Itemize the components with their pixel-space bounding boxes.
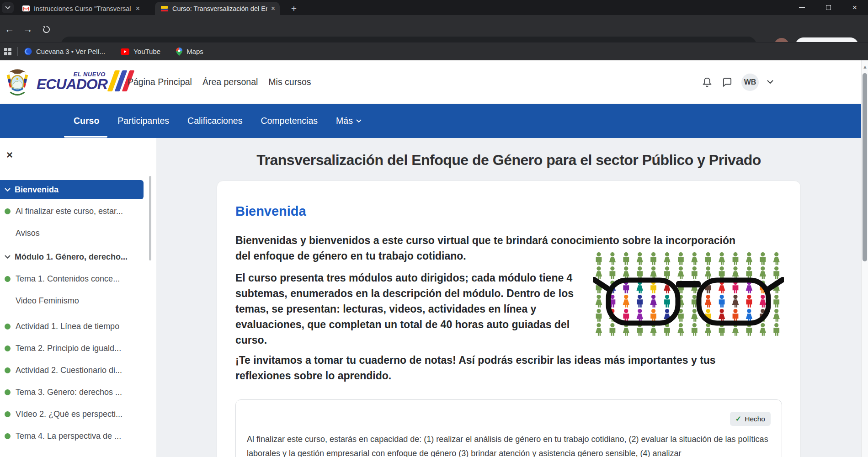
- page-scrollbar[interactable]: ▲: [861, 60, 868, 457]
- page-scrollbar-thumb[interactable]: [863, 73, 867, 261]
- sidebar-item-label: Tema 2. Principio de iguald...: [16, 344, 121, 353]
- site-header: EL NUEVO ECUADOR Página Principal Área p…: [0, 60, 861, 104]
- completion-dot-icon: [5, 208, 11, 214]
- completion-dot-icon: [5, 367, 11, 373]
- tab-mas[interactable]: Más: [336, 104, 362, 138]
- tab-participantes[interactable]: Participantes: [117, 104, 169, 138]
- welcome-paragraph-2: El curso presenta tres módulos auto diri…: [235, 270, 586, 348]
- completion-dot-icon: [5, 276, 11, 282]
- nav-mis-cursos[interactable]: Mis cursos: [268, 77, 311, 87]
- sidebar-item[interactable]: Al finalizar este curso, estar...: [0, 200, 156, 222]
- bookmark-label: Cuevana 3 • Ver Pelí...: [36, 48, 105, 55]
- course-title: Transversalización del Enfoque de Género…: [217, 152, 801, 169]
- sidebar-item-label: Al finalizar este curso, estar...: [16, 207, 123, 216]
- nav-pagina-principal[interactable]: Página Principal: [128, 77, 192, 87]
- sidebar-item[interactable]: Avisos: [0, 222, 156, 244]
- tab-title: Curso: Transversalización del En: [172, 5, 267, 12]
- cuevana-icon: [24, 48, 32, 55]
- tab-calificaciones[interactable]: Calificaciones: [187, 104, 242, 138]
- sidebar-item-label: Bienvenida: [15, 185, 59, 195]
- sidebar-scrollbar-thumb[interactable]: [149, 176, 151, 260]
- user-avatar[interactable]: WB: [741, 74, 759, 91]
- sidebar-item-label: Tema 4. La perspectiva de ...: [16, 431, 121, 441]
- bookmark-label: YouTube: [133, 48, 160, 55]
- tab-competencias[interactable]: Competencias: [261, 104, 318, 138]
- ecuador-coat-of-arms-icon: [5, 69, 30, 96]
- nav-area-personal[interactable]: Área personal: [202, 77, 258, 87]
- bookmark-label: Maps: [186, 48, 203, 55]
- window-close-button[interactable]: ×: [841, 0, 868, 15]
- completion-done-badge[interactable]: ✓ Hecho: [730, 412, 771, 426]
- site-favicon-icon: [160, 5, 168, 12]
- course-index-list: Bienvenida Al finalizar este curso, esta…: [0, 180, 156, 447]
- completion-dot-icon: [5, 389, 11, 395]
- completion-dot-icon: [5, 324, 11, 329]
- sidebar-item[interactable]: Tema 4. La perspectiva de ...: [0, 425, 156, 447]
- maps-pin-icon: [176, 48, 182, 56]
- sidebar-item-label: Actividad 2. Cuestionario di...: [16, 366, 122, 375]
- tab-close-icon[interactable]: ×: [271, 5, 275, 12]
- activity-description: Al finalizar este curso, estarás en capa…: [247, 432, 771, 457]
- site-nav: Página Principal Área personal Mis curso…: [128, 60, 311, 104]
- tab-mas-label: Más: [336, 116, 353, 126]
- new-tab-button[interactable]: +: [288, 3, 300, 15]
- sidebar-item-label: VIdeo 2. ¿Qué es perspecti...: [16, 409, 122, 419]
- header-icons: WB: [701, 60, 773, 104]
- apps-grid-icon[interactable]: [4, 48, 12, 56]
- chevron-down-icon: [5, 255, 11, 259]
- sidebar-section-bienvenida[interactable]: Bienvenida: [0, 180, 144, 199]
- youtube-icon: [121, 48, 129, 55]
- nuevo-ecuador-logo: EL NUEVO ECUADOR: [37, 70, 131, 91]
- sidebar-item[interactable]: Tema 2. Principio de iguald...: [0, 337, 156, 359]
- sidebar-item-label: Tema 3. Género: derechos ...: [16, 388, 122, 397]
- logo-main-text: ECUADOR: [37, 78, 107, 91]
- course-nav: Curso Participantes Calificaciones Compe…: [0, 104, 861, 138]
- window-maximize-button[interactable]: [815, 0, 841, 15]
- sidebar-item[interactable]: Video Feminismo: [0, 290, 156, 312]
- sidebar-item[interactable]: Tema 1. Contenidos conce...: [0, 268, 156, 290]
- tab-search-button[interactable]: [2, 2, 14, 13]
- browser-chrome: Instrucciones Curso "Transversal × Curso…: [0, 0, 868, 60]
- course-index-drawer: × Bienvenida Al finalizar este curso, es…: [0, 138, 156, 457]
- bookmark-youtube[interactable]: YouTube: [121, 48, 160, 55]
- welcome-section-card: Bienvenida Bienvenidas y bienvenidos a e…: [217, 181, 801, 457]
- sidebar-item-label: Actividad 1. Línea de tiempo: [16, 322, 119, 331]
- browser-tab-instrucciones[interactable]: Instrucciones Curso "Transversal ×: [16, 2, 144, 15]
- check-icon: ✓: [735, 414, 741, 423]
- forward-button[interactable]: →: [21, 22, 35, 36]
- sidebar-item-label: Tema 1. Contenidos conce...: [16, 274, 120, 284]
- window-controls: ×: [788, 0, 868, 15]
- browser-tab-curso[interactable]: Curso: Transversalización del En ×: [155, 2, 280, 15]
- browser-tab-strip: Instrucciones Curso "Transversal × Curso…: [0, 0, 868, 15]
- sidebar-item[interactable]: Tema 3. Género: derechos ...: [0, 381, 156, 403]
- browser-toolbar: ← → elearning.trabajo.gob.ec/course/view…: [0, 15, 868, 42]
- bookmark-maps[interactable]: Maps: [176, 48, 203, 56]
- reload-button[interactable]: [39, 22, 53, 36]
- scroll-up-arrow-icon[interactable]: ▲: [863, 64, 868, 69]
- close-drawer-button[interactable]: ×: [3, 148, 16, 162]
- gender-glasses-image: [593, 252, 784, 338]
- bookmarks-separator: [17, 47, 18, 56]
- done-label: Hecho: [745, 415, 765, 423]
- sidebar-section-modulo-1[interactable]: Módulo 1. Género, derecho...: [0, 246, 156, 268]
- section-heading: Bienvenida: [235, 204, 782, 219]
- window-minimize-button[interactable]: [788, 0, 815, 15]
- chevron-down-icon: [5, 6, 11, 10]
- gmail-favicon-icon: [22, 5, 30, 12]
- sidebar-item-label: Video Feminismo: [16, 296, 79, 306]
- notifications-bell-icon[interactable]: [701, 76, 713, 88]
- tab-close-icon[interactable]: ×: [136, 5, 140, 12]
- bookmarks-bar: Cuevana 3 • Ver Pelí... YouTube Maps: [0, 42, 868, 60]
- sidebar-item[interactable]: VIdeo 2. ¿Qué es perspecti...: [0, 403, 156, 425]
- sidebar-item-label: Avisos: [16, 228, 40, 238]
- reload-icon: [42, 25, 51, 34]
- bookmark-cuevana[interactable]: Cuevana 3 • Ver Pelí...: [24, 48, 105, 55]
- course-main-region: Transversalización del Enfoque de Género…: [156, 138, 861, 457]
- back-button[interactable]: ←: [3, 22, 16, 36]
- user-menu-chevron-icon[interactable]: [767, 80, 773, 84]
- sidebar-item[interactable]: Actividad 2. Cuestionario di...: [0, 359, 156, 381]
- tab-curso[interactable]: Curso: [74, 104, 99, 138]
- messages-chat-icon[interactable]: [721, 76, 733, 88]
- completion-dot-icon: [5, 411, 11, 417]
- sidebar-item[interactable]: Actividad 1. Línea de tiempo: [0, 315, 156, 337]
